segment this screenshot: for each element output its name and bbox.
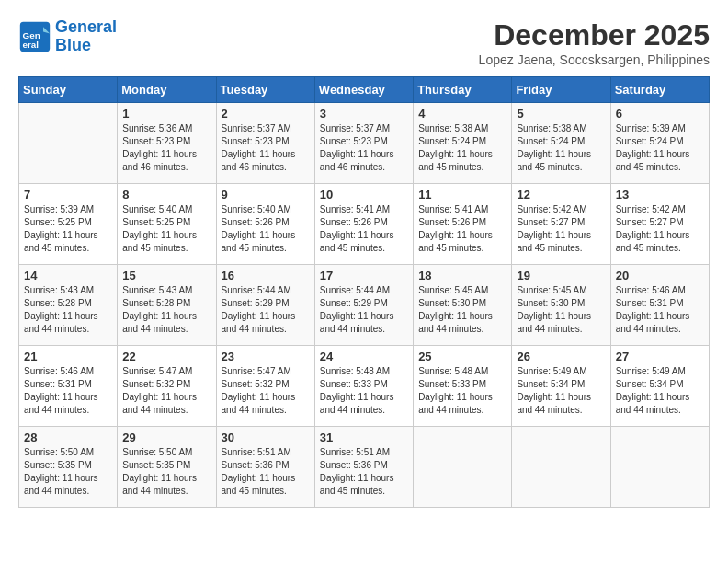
day-number: 25 xyxy=(418,350,506,363)
header-wednesday: Wednesday xyxy=(314,77,413,103)
calendar-cell: 2Sunrise: 5:37 AMSunset: 5:23 PMDaylight… xyxy=(216,103,314,184)
day-number: 11 xyxy=(418,188,506,201)
day-number: 27 xyxy=(616,350,704,363)
day-number: 7 xyxy=(24,188,112,201)
day-number: 30 xyxy=(222,431,310,444)
calendar-cell: 25Sunrise: 5:48 AMSunset: 5:33 PMDayligh… xyxy=(414,346,512,427)
header-saturday: Saturday xyxy=(610,77,709,103)
calendar-cell: 1Sunrise: 5:36 AMSunset: 5:23 PMDaylight… xyxy=(118,103,216,184)
calendar-cell: 27Sunrise: 5:49 AMSunset: 5:34 PMDayligh… xyxy=(610,346,709,427)
day-info: Sunrise: 5:50 AMSunset: 5:35 PMDaylight:… xyxy=(24,446,112,498)
day-info: Sunrise: 5:51 AMSunset: 5:36 PMDaylight:… xyxy=(222,446,310,498)
page-header: Gen eral General Blue December 2025 Lope… xyxy=(18,18,710,67)
logo: Gen eral General Blue xyxy=(18,18,117,55)
day-number: 1 xyxy=(122,107,210,121)
day-info: Sunrise: 5:49 AMSunset: 5:34 PMDaylight:… xyxy=(517,365,605,417)
day-info: Sunrise: 5:43 AMSunset: 5:28 PMDaylight:… xyxy=(24,284,112,336)
calendar-cell: 17Sunrise: 5:44 AMSunset: 5:29 PMDayligh… xyxy=(314,265,413,346)
day-info: Sunrise: 5:51 AMSunset: 5:36 PMDaylight:… xyxy=(320,446,408,498)
logo-icon: Gen eral xyxy=(18,20,51,53)
week-row-4: 28Sunrise: 5:50 AMSunset: 5:35 PMDayligh… xyxy=(19,427,710,508)
calendar-body: 1Sunrise: 5:36 AMSunset: 5:23 PMDaylight… xyxy=(19,103,710,508)
calendar-cell: 26Sunrise: 5:49 AMSunset: 5:34 PMDayligh… xyxy=(512,346,610,427)
calendar-cell: 22Sunrise: 5:47 AMSunset: 5:32 PMDayligh… xyxy=(118,346,216,427)
calendar-cell: 19Sunrise: 5:45 AMSunset: 5:30 PMDayligh… xyxy=(512,265,610,346)
day-number: 15 xyxy=(122,269,210,282)
day-info: Sunrise: 5:38 AMSunset: 5:24 PMDaylight:… xyxy=(418,122,506,174)
day-info: Sunrise: 5:40 AMSunset: 5:26 PMDaylight:… xyxy=(222,203,310,255)
day-number: 14 xyxy=(24,269,112,282)
week-row-3: 21Sunrise: 5:46 AMSunset: 5:31 PMDayligh… xyxy=(19,346,710,427)
day-number: 31 xyxy=(320,431,408,444)
day-number: 28 xyxy=(24,431,112,444)
day-number: 23 xyxy=(222,350,310,363)
calendar-cell: 11Sunrise: 5:41 AMSunset: 5:26 PMDayligh… xyxy=(414,184,512,265)
day-number: 4 xyxy=(418,107,506,121)
calendar-cell: 12Sunrise: 5:42 AMSunset: 5:27 PMDayligh… xyxy=(512,184,610,265)
day-info: Sunrise: 5:46 AMSunset: 5:31 PMDaylight:… xyxy=(616,284,704,336)
day-info: Sunrise: 5:46 AMSunset: 5:31 PMDaylight:… xyxy=(24,365,112,417)
header-friday: Friday xyxy=(512,77,610,103)
calendar-cell: 8Sunrise: 5:40 AMSunset: 5:25 PMDaylight… xyxy=(118,184,216,265)
calendar-cell xyxy=(19,103,118,184)
header-thursday: Thursday xyxy=(414,77,512,103)
calendar-header-row: SundayMondayTuesdayWednesdayThursdayFrid… xyxy=(19,77,710,103)
day-info: Sunrise: 5:37 AMSunset: 5:23 PMDaylight:… xyxy=(222,122,310,174)
day-number: 16 xyxy=(222,269,310,282)
day-info: Sunrise: 5:48 AMSunset: 5:33 PMDaylight:… xyxy=(418,365,506,417)
day-info: Sunrise: 5:45 AMSunset: 5:30 PMDaylight:… xyxy=(418,284,506,336)
day-info: Sunrise: 5:37 AMSunset: 5:23 PMDaylight:… xyxy=(320,122,408,174)
day-info: Sunrise: 5:48 AMSunset: 5:33 PMDaylight:… xyxy=(320,365,408,417)
calendar-cell: 20Sunrise: 5:46 AMSunset: 5:31 PMDayligh… xyxy=(610,265,709,346)
day-number: 9 xyxy=(222,188,310,201)
day-info: Sunrise: 5:41 AMSunset: 5:26 PMDaylight:… xyxy=(418,203,506,255)
day-info: Sunrise: 5:36 AMSunset: 5:23 PMDaylight:… xyxy=(122,122,210,174)
day-number: 22 xyxy=(122,350,210,363)
calendar-cell: 28Sunrise: 5:50 AMSunset: 5:35 PMDayligh… xyxy=(19,427,118,508)
day-number: 21 xyxy=(24,350,112,363)
logo-line2: Blue xyxy=(55,36,91,54)
calendar-cell: 13Sunrise: 5:42 AMSunset: 5:27 PMDayligh… xyxy=(610,184,709,265)
week-row-0: 1Sunrise: 5:36 AMSunset: 5:23 PMDaylight… xyxy=(19,103,710,184)
day-info: Sunrise: 5:47 AMSunset: 5:32 PMDaylight:… xyxy=(122,365,210,417)
calendar-cell: 7Sunrise: 5:39 AMSunset: 5:25 PMDaylight… xyxy=(19,184,118,265)
calendar-cell: 9Sunrise: 5:40 AMSunset: 5:26 PMDaylight… xyxy=(216,184,314,265)
day-number: 17 xyxy=(320,269,408,282)
calendar-cell: 31Sunrise: 5:51 AMSunset: 5:36 PMDayligh… xyxy=(314,427,413,508)
calendar-cell: 30Sunrise: 5:51 AMSunset: 5:36 PMDayligh… xyxy=(216,427,314,508)
header-sunday: Sunday xyxy=(19,77,118,103)
svg-text:eral: eral xyxy=(23,39,40,49)
calendar-cell: 16Sunrise: 5:44 AMSunset: 5:29 PMDayligh… xyxy=(216,265,314,346)
calendar-cell: 21Sunrise: 5:46 AMSunset: 5:31 PMDayligh… xyxy=(19,346,118,427)
day-number: 26 xyxy=(517,350,605,363)
day-number: 18 xyxy=(418,269,506,282)
calendar-cell: 18Sunrise: 5:45 AMSunset: 5:30 PMDayligh… xyxy=(414,265,512,346)
day-number: 19 xyxy=(517,269,605,282)
calendar-cell xyxy=(512,427,610,508)
header-monday: Monday xyxy=(118,77,216,103)
day-info: Sunrise: 5:42 AMSunset: 5:27 PMDaylight:… xyxy=(616,203,704,255)
calendar-cell: 5Sunrise: 5:38 AMSunset: 5:24 PMDaylight… xyxy=(512,103,610,184)
calendar-cell: 29Sunrise: 5:50 AMSunset: 5:35 PMDayligh… xyxy=(118,427,216,508)
day-info: Sunrise: 5:50 AMSunset: 5:35 PMDaylight:… xyxy=(122,446,210,498)
day-info: Sunrise: 5:43 AMSunset: 5:28 PMDaylight:… xyxy=(122,284,210,336)
week-row-1: 7Sunrise: 5:39 AMSunset: 5:25 PMDaylight… xyxy=(19,184,710,265)
day-info: Sunrise: 5:42 AMSunset: 5:27 PMDaylight:… xyxy=(517,203,605,255)
calendar-cell: 14Sunrise: 5:43 AMSunset: 5:28 PMDayligh… xyxy=(19,265,118,346)
calendar-cell xyxy=(610,427,709,508)
day-number: 12 xyxy=(517,188,605,201)
day-info: Sunrise: 5:38 AMSunset: 5:24 PMDaylight:… xyxy=(517,122,605,174)
day-number: 6 xyxy=(616,107,704,121)
day-info: Sunrise: 5:44 AMSunset: 5:29 PMDaylight:… xyxy=(320,284,408,336)
day-info: Sunrise: 5:40 AMSunset: 5:25 PMDaylight:… xyxy=(122,203,210,255)
day-info: Sunrise: 5:39 AMSunset: 5:25 PMDaylight:… xyxy=(24,203,112,255)
day-number: 24 xyxy=(320,350,408,363)
day-number: 13 xyxy=(616,188,704,201)
week-row-2: 14Sunrise: 5:43 AMSunset: 5:28 PMDayligh… xyxy=(19,265,710,346)
calendar-cell: 4Sunrise: 5:38 AMSunset: 5:24 PMDaylight… xyxy=(414,103,512,184)
day-number: 20 xyxy=(616,269,704,282)
day-number: 29 xyxy=(122,431,210,444)
day-info: Sunrise: 5:41 AMSunset: 5:26 PMDaylight:… xyxy=(320,203,408,255)
calendar-cell: 23Sunrise: 5:47 AMSunset: 5:32 PMDayligh… xyxy=(216,346,314,427)
calendar-cell xyxy=(414,427,512,508)
